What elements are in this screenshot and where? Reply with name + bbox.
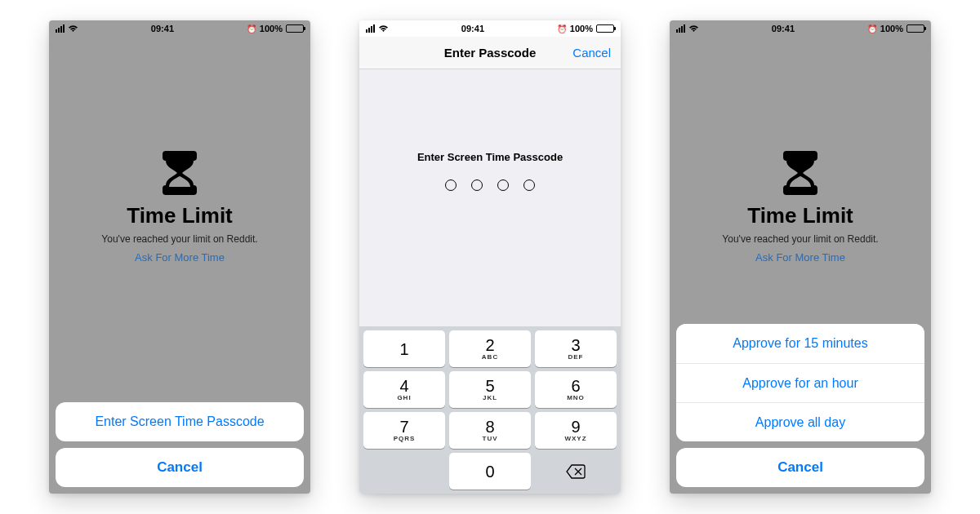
enter-passcode-button[interactable]: Enter Screen Time Passcode	[56, 402, 304, 441]
alarm-icon: ⏰	[247, 24, 256, 33]
passcode-dot	[445, 179, 457, 191]
keypad-5[interactable]: 5JKL	[449, 371, 531, 408]
approve-1-hour-button[interactable]: Approve for an hour	[676, 363, 924, 402]
signal-icon	[676, 24, 685, 33]
action-sheet: Enter Screen Time Passcode Cancel	[56, 402, 304, 487]
keypad-3[interactable]: 3DEF	[535, 330, 617, 367]
battery-percent: 100%	[880, 24, 903, 33]
hourglass-icon	[783, 151, 817, 195]
status-time: 09:41	[699, 24, 867, 33]
keypad-8[interactable]: 8TUV	[449, 412, 531, 449]
subtitle-text: You've reached your limit on Reddit.	[101, 233, 257, 245]
page-title: Time Limit	[747, 203, 853, 228]
status-bar: 09:41 ⏰ 100%	[359, 20, 621, 37]
signal-icon	[56, 24, 65, 33]
phone-time-limit-initial: 09:41 ⏰ 100% Time Limit You've reached y…	[49, 20, 310, 494]
numeric-keypad: 1 2ABC 3DEF 4GHI 5JKL 6MNO 7PQRS 8TUV 9W…	[359, 326, 621, 494]
passcode-dot	[497, 179, 509, 191]
keypad-0[interactable]: 0	[449, 453, 531, 490]
passcode-dots	[445, 179, 535, 191]
battery-icon	[596, 24, 614, 33]
keypad-4[interactable]: 4GHI	[363, 371, 445, 408]
alarm-icon: ⏰	[557, 24, 567, 33]
time-limit-screen: Time Limit You've reached your limit on …	[49, 37, 310, 494]
wifi-icon	[378, 24, 389, 33]
keypad-empty	[363, 453, 445, 490]
subtitle-text: You've reached your limit on Reddit.	[722, 233, 878, 245]
alarm-icon: ⏰	[867, 24, 877, 33]
time-limit-screen: Time Limit You've reached your limit on …	[670, 37, 931, 494]
signal-icon	[366, 24, 375, 33]
nav-title: Enter Passcode	[410, 46, 570, 60]
keypad-2[interactable]: 2ABC	[449, 330, 531, 367]
keypad-9[interactable]: 9WXYZ	[535, 412, 617, 449]
battery-percent: 100%	[260, 24, 283, 33]
phone-time-limit-approve: 09:41 ⏰ 100% Time Limit You've reached y…	[670, 20, 931, 494]
cancel-button[interactable]: Cancel	[56, 448, 304, 487]
battery-percent: 100%	[570, 24, 593, 33]
approve-all-day-button[interactable]: Approve all day	[676, 402, 924, 441]
battery-icon	[286, 24, 304, 33]
wifi-icon	[688, 24, 699, 33]
keypad-1[interactable]: 1	[363, 330, 445, 367]
status-bar: 09:41 ⏰ 100%	[670, 20, 931, 37]
action-sheet: Approve for 15 minutes Approve for an ho…	[676, 324, 924, 487]
ask-more-time-link[interactable]: Ask For More Time	[755, 251, 845, 264]
hourglass-icon	[163, 151, 197, 195]
nav-cancel-button[interactable]: Cancel	[570, 46, 611, 60]
keypad-6[interactable]: 6MNO	[535, 371, 617, 408]
status-time: 09:41	[78, 24, 247, 33]
page-title: Time Limit	[127, 203, 233, 228]
passcode-dot	[523, 179, 535, 191]
wifi-icon	[68, 24, 78, 33]
status-time: 09:41	[389, 24, 557, 33]
ask-more-time-link[interactable]: Ask For More Time	[135, 251, 225, 264]
keypad-7[interactable]: 7PQRS	[363, 412, 445, 449]
backspace-icon	[566, 464, 586, 479]
phone-enter-passcode: 09:41 ⏰ 100% Enter Passcode Cancel Enter…	[359, 20, 621, 494]
approve-15-min-button[interactable]: Approve for 15 minutes	[676, 324, 924, 363]
cancel-button[interactable]: Cancel	[676, 448, 924, 487]
passcode-prompt: Enter Screen Time Passcode	[417, 151, 563, 163]
passcode-body: Enter Screen Time Passcode 1 2ABC 3DEF 4…	[359, 69, 621, 494]
battery-icon	[906, 24, 924, 33]
nav-bar: Enter Passcode Cancel	[359, 37, 621, 69]
status-bar: 09:41 ⏰ 100%	[49, 20, 310, 37]
passcode-dot	[471, 179, 483, 191]
keypad-delete[interactable]	[535, 453, 617, 490]
